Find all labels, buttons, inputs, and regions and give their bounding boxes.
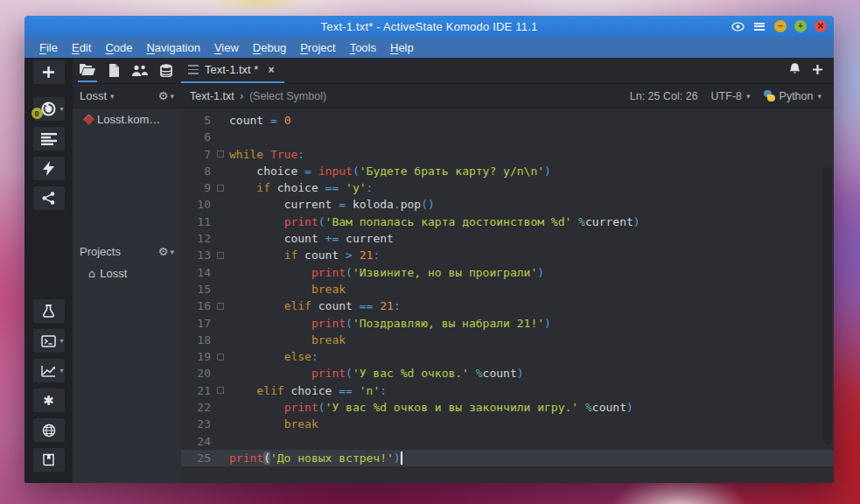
fold-margin (211, 247, 229, 263)
new-file-icon[interactable] (104, 60, 123, 82)
code-line-14[interactable]: 14 print('Извините, но вы проиграли') (181, 264, 834, 281)
code-text: count += current (229, 230, 834, 247)
hamburger-menu-icon[interactable] (752, 20, 766, 32)
chevron-right-icon: › (240, 89, 244, 102)
code-text: print('Извините, но вы проиграли') (229, 264, 834, 281)
code-text: break (229, 416, 834, 432)
code-line-9[interactable]: 9 if choice == 'y': (181, 179, 834, 196)
menu-view[interactable]: View (208, 38, 245, 57)
code-text: break (229, 281, 834, 298)
breadcrumb: Text-1.txt › (Select Symbol) Ln: 25 Col:… (181, 84, 834, 108)
fold-margin (211, 298, 229, 314)
code-line-22[interactable]: 22 print('У вас %d очков и вы закончили … (181, 399, 834, 416)
code-text: print('Поздравляю, вы набрали 21!') (229, 315, 834, 332)
menu-file[interactable]: File (33, 38, 64, 57)
fold-marker-icon[interactable] (217, 150, 224, 158)
code-editor[interactable]: 5count = 067while True:8 choice = input(… (181, 108, 834, 483)
code-line-6[interactable]: 6 (181, 129, 834, 145)
places-gear-button[interactable]: ⚙ ▾ (158, 89, 174, 102)
line-number: 15 (181, 281, 211, 298)
fold-margin (211, 196, 229, 213)
unit-test-flask-icon[interactable] (33, 299, 65, 323)
tab-text-1-txt[interactable]: Text-1.txt * × (181, 58, 284, 83)
language-selector[interactable]: Python ▾ (764, 90, 822, 102)
profiler-chart-icon[interactable]: ▾ (33, 359, 65, 382)
code-line-12[interactable]: 12 count += current (181, 230, 834, 247)
code-text: break (229, 332, 834, 348)
fold-marker-icon[interactable] (217, 185, 224, 192)
fold-marker-icon[interactable] (217, 303, 224, 310)
places-panel-header[interactable]: Losst ▾ ⚙ ▾ (73, 84, 181, 108)
fold-margin (211, 332, 229, 348)
code-line-8[interactable]: 8 choice = input('Будете брать карту? y/… (181, 163, 834, 179)
code-text: if count > 21: (229, 247, 834, 263)
code-text: print('У вас %d очков и вы закончили игр… (229, 399, 834, 416)
http-inspector-globe-icon[interactable] (33, 418, 65, 442)
collaborate-people-icon[interactable] (130, 60, 150, 82)
code-line-15[interactable]: 15 break (181, 281, 834, 298)
line-number: 7 (181, 146, 211, 163)
line-number: 22 (181, 399, 211, 416)
code-line-24[interactable]: 24 (181, 433, 834, 450)
open-files-lines-icon[interactable] (33, 127, 65, 150)
encoding-selector[interactable]: UTF-8 ▾ (711, 90, 751, 102)
projects-panel-header[interactable]: Projects ⚙ ▾ (73, 241, 181, 262)
menu-debug[interactable]: Debug (247, 38, 292, 57)
line-number: 8 (181, 163, 211, 179)
minimize-button[interactable]: − (774, 20, 787, 32)
code-text: if choice == 'y': (229, 179, 834, 196)
terminal-console-icon[interactable]: ▾ (33, 329, 65, 353)
code-line-19[interactable]: 19 else: (181, 348, 834, 365)
fold-marker-icon[interactable] (217, 354, 224, 360)
code-line-25[interactable]: 25print('До новых встреч!') (181, 450, 834, 466)
documentation-book-icon[interactable] (33, 448, 65, 472)
gear-icon: ⚙ (158, 89, 169, 102)
menu-edit[interactable]: Edit (66, 38, 97, 57)
notification-bell-icon[interactable] (788, 62, 801, 79)
database-icon[interactable] (157, 60, 176, 82)
chevron-down-icon: ▾ (110, 92, 115, 101)
tree-item-losst-kom[interactable]: Losst.kom… (73, 108, 181, 130)
editor-scrollbar[interactable] (823, 166, 832, 444)
menu-navigation[interactable]: Navigation (140, 38, 206, 57)
code-line-11[interactable]: 11 print('Вам попалась карта достоинство… (181, 214, 834, 230)
sync-status-icon[interactable]: 0 ▾ (33, 97, 65, 121)
line-number: 19 (181, 348, 211, 365)
code-line-20[interactable]: 20 print('У вас %d очков.' %count) (181, 365, 834, 382)
breadcrumb-file[interactable]: Text-1.txt (190, 90, 234, 102)
eye-preview-icon[interactable] (731, 20, 745, 32)
close-button[interactable]: ✕ (815, 20, 827, 32)
code-line-21[interactable]: 21 elif choice == 'n': (181, 382, 834, 399)
fold-margin (211, 315, 229, 332)
line-number: 18 (181, 332, 211, 348)
code-line-7[interactable]: 7while True: (181, 146, 834, 163)
fold-marker-icon[interactable] (217, 252, 224, 259)
code-line-5[interactable]: 5count = 0 (181, 112, 834, 129)
rx-toolkit-asterisk-icon[interactable]: ✱ (33, 388, 65, 412)
code-line-10[interactable]: 10 current = koloda.pop() (181, 196, 834, 213)
fold-marker-icon[interactable] (217, 387, 224, 394)
code-line-17[interactable]: 17 print('Поздравляю, вы набрали 21!') (181, 315, 834, 332)
projects-gear-button[interactable]: ⚙ ▾ (158, 245, 174, 258)
add-new-button[interactable] (33, 60, 65, 84)
code-line-13[interactable]: 13 if count > 21: (181, 247, 834, 263)
line-number: 6 (181, 129, 211, 145)
maximize-button[interactable]: + (794, 20, 807, 32)
menu-code[interactable]: Code (99, 38, 138, 57)
tab-close-icon[interactable]: × (264, 64, 274, 76)
code-line-23[interactable]: 23 break (181, 416, 834, 432)
menu-tools[interactable]: Tools (344, 38, 382, 57)
select-symbol-dropdown[interactable]: (Select Symbol) (249, 90, 326, 102)
share-icon[interactable] (33, 186, 65, 210)
new-tab-plus-icon[interactable] (812, 63, 823, 79)
project-item-losst[interactable]: ⌂ Losst (73, 262, 181, 284)
open-folder-icon[interactable] (78, 60, 97, 82)
titlebar[interactable]: Text-1.txt* - ActiveState Komodo IDE 11.… (24, 16, 834, 37)
code-text: print('Вам попалась карта достоинством %… (229, 214, 834, 230)
menu-help[interactable]: Help (384, 38, 420, 57)
code-line-18[interactable]: 18 break (181, 332, 834, 348)
code-line-16[interactable]: 16 elif count == 21: (181, 298, 834, 314)
window-title: Text-1.txt* - ActiveState Komodo IDE 11.… (24, 20, 834, 33)
menu-project[interactable]: Project (294, 38, 341, 57)
go-to-anything-lightning-icon[interactable] (33, 157, 65, 180)
